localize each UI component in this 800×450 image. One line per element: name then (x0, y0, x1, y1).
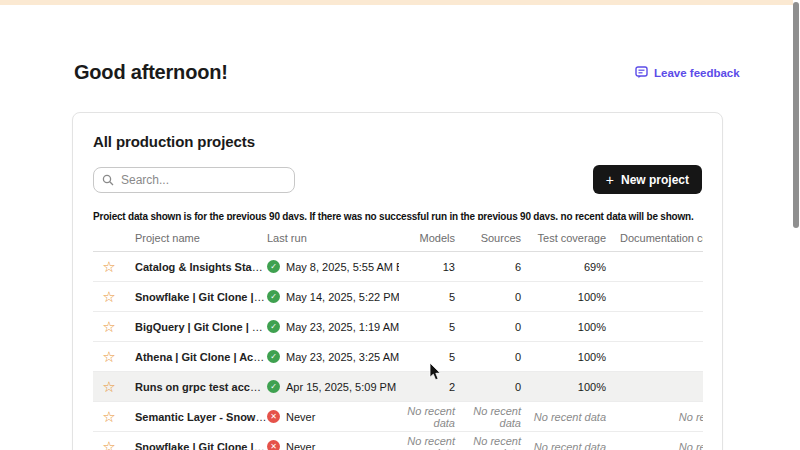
models-cell: 5 (399, 351, 455, 363)
run-status-icon: ✓ (267, 320, 280, 333)
table-header-row: Project name Last run Models Sources Tes… (93, 225, 703, 252)
sources-cell: 0 (455, 381, 521, 393)
last-run-text: May 14, 2025, 5:22 PM BST (286, 291, 399, 303)
header-test-coverage: Test coverage (521, 232, 606, 244)
last-run-cell: ✓ Apr 15, 2025, 5:09 PM BST (267, 380, 399, 393)
last-run-cell: ✕ Never (267, 410, 399, 423)
notice-text: Project data shown is for the previous 9… (93, 206, 703, 220)
leave-feedback-label: Leave feedback (654, 67, 740, 79)
run-status-icon: ✓ (267, 380, 280, 393)
test-coverage-cell: 100% (521, 351, 606, 363)
last-run-cell: ✓ May 23, 2025, 1:19 AM BST (267, 320, 399, 333)
project-name-link[interactable]: Athena | Git Clone | Acces... (135, 351, 267, 363)
run-status-icon: ✓ (267, 260, 280, 273)
last-run-cell: ✓ May 23, 2025, 3:25 AM BST (267, 350, 399, 363)
feedback-icon (635, 66, 648, 79)
project-name-link[interactable]: Snowflake | Git Clone | Use... (135, 291, 267, 303)
test-coverage-cell: 100% (521, 381, 606, 393)
favorite-star-icon[interactable]: ☆ (102, 349, 115, 364)
favorite-cell: ☆ (93, 349, 125, 364)
run-status-icon: ✕ (267, 440, 280, 450)
table-row[interactable]: ☆ Runs on grpc test account ✓ Apr 15, 20… (93, 372, 703, 402)
favorite-star-icon[interactable]: ☆ (102, 379, 115, 394)
project-name-cell: Semantic Layer - Snowflake (125, 411, 267, 423)
project-name-link[interactable]: Semantic Layer - Snowflake (135, 411, 267, 423)
run-status-icon: ✕ (267, 410, 280, 423)
models-cell: 2 (399, 381, 455, 393)
table-row[interactable]: ☆ Snowflake | Git Clone | Use... ✓ May 1… (93, 282, 703, 312)
card-title: All production projects (93, 133, 702, 150)
search-input[interactable] (121, 173, 286, 187)
favorite-cell: ☆ (93, 379, 125, 394)
documentation-coverage-cell: No recent data (606, 411, 703, 423)
table-row[interactable]: ☆ Catalog & Insights Staging... ✓ May 8,… (93, 252, 703, 282)
last-run-text: May 8, 2025, 5:55 AM BST (286, 261, 399, 273)
test-coverage-cell: No recent data (521, 411, 606, 423)
favorite-star-icon[interactable]: ☆ (102, 409, 115, 424)
project-name-cell: Catalog & Insights Staging... (125, 261, 267, 273)
sources-cell: No recent data (455, 435, 521, 450)
favorite-cell: ☆ (93, 439, 125, 450)
favorite-star-icon[interactable]: ☆ (102, 289, 115, 304)
test-coverage-cell: 69% (521, 261, 606, 273)
header-project-name: Project name (125, 232, 267, 244)
table-row[interactable]: ☆ BigQuery | Git Clone | User... ✓ May 2… (93, 312, 703, 342)
table-row[interactable]: ☆ Semantic Layer - Snowflake ✕ Never No … (93, 402, 703, 432)
favorite-cell: ☆ (93, 409, 125, 424)
favorite-cell: ☆ (93, 259, 125, 274)
last-run-cell: ✕ Never (267, 440, 399, 450)
sources-cell: 6 (455, 261, 521, 273)
projects-table: Project name Last run Models Sources Tes… (93, 225, 703, 450)
sources-cell: 0 (455, 321, 521, 333)
page-title: Good afternoon! (74, 61, 228, 84)
new-project-label: New project (621, 173, 689, 187)
favorite-star-icon[interactable]: ☆ (102, 259, 115, 274)
project-name-cell: BigQuery | Git Clone | User... (125, 321, 267, 333)
run-status-icon: ✓ (267, 290, 280, 303)
models-cell: No recent data (399, 405, 455, 429)
last-run-text: Apr 15, 2025, 5:09 PM BST (286, 381, 399, 393)
favorite-cell: ☆ (93, 319, 125, 334)
last-run-cell: ✓ May 8, 2025, 5:55 AM BST (267, 260, 399, 273)
favorite-star-icon[interactable]: ☆ (102, 439, 115, 450)
last-run-text: Never (286, 441, 315, 450)
favorite-star-icon[interactable]: ☆ (102, 319, 115, 334)
project-name-link[interactable]: BigQuery | Git Clone | User... (135, 321, 267, 333)
sources-cell: 0 (455, 291, 521, 303)
sources-cell: No recent data (455, 405, 521, 429)
favorite-cell: ☆ (93, 289, 125, 304)
header-documentation-coverage: Documentation coverage (606, 232, 703, 244)
table-body: ☆ Catalog & Insights Staging... ✓ May 8,… (93, 252, 703, 450)
last-run-text: Never (286, 411, 315, 423)
last-run-text: May 23, 2025, 3:25 AM BST (286, 351, 399, 363)
top-accent-bar (0, 0, 793, 5)
plus-icon: + (606, 173, 614, 187)
header-last-run: Last run (267, 232, 399, 244)
leave-feedback-link[interactable]: Leave feedback (635, 66, 740, 79)
table-row[interactable]: ☆ Athena | Git Clone | Acces... ✓ May 23… (93, 342, 703, 372)
header-models: Models (399, 232, 455, 244)
models-cell: 13 (399, 261, 455, 273)
last-run-cell: ✓ May 14, 2025, 5:22 PM BST (267, 290, 399, 303)
table-row[interactable]: ☆ Snowflake | Git Clone | Key... ✕ Never… (93, 432, 703, 450)
projects-card: All production projects + New project Pr… (72, 112, 723, 450)
card-controls: + New project (93, 165, 702, 194)
models-cell: 5 (399, 321, 455, 333)
project-name-cell: Athena | Git Clone | Acces... (125, 351, 267, 363)
search-box[interactable] (93, 167, 295, 193)
run-status-icon: ✓ (267, 350, 280, 363)
project-name-link[interactable]: Snowflake | Git Clone | Key... (135, 441, 267, 450)
documentation-coverage-cell: No recent data (606, 441, 703, 450)
project-name-cell: Runs on grpc test account (125, 381, 267, 393)
search-icon (102, 174, 114, 186)
vertical-scrollbar-thumb[interactable] (793, 2, 799, 228)
project-name-link[interactable]: Runs on grpc test account (135, 381, 267, 393)
project-name-cell: Snowflake | Git Clone | Key... (125, 441, 267, 450)
project-name-cell: Snowflake | Git Clone | Use... (125, 291, 267, 303)
last-run-text: May 23, 2025, 1:19 AM BST (286, 321, 399, 333)
project-name-link[interactable]: Catalog & Insights Staging... (135, 261, 267, 273)
new-project-button[interactable]: + New project (593, 165, 702, 194)
test-coverage-cell: 100% (521, 291, 606, 303)
sources-cell: 0 (455, 351, 521, 363)
test-coverage-cell: No recent data (521, 441, 606, 450)
